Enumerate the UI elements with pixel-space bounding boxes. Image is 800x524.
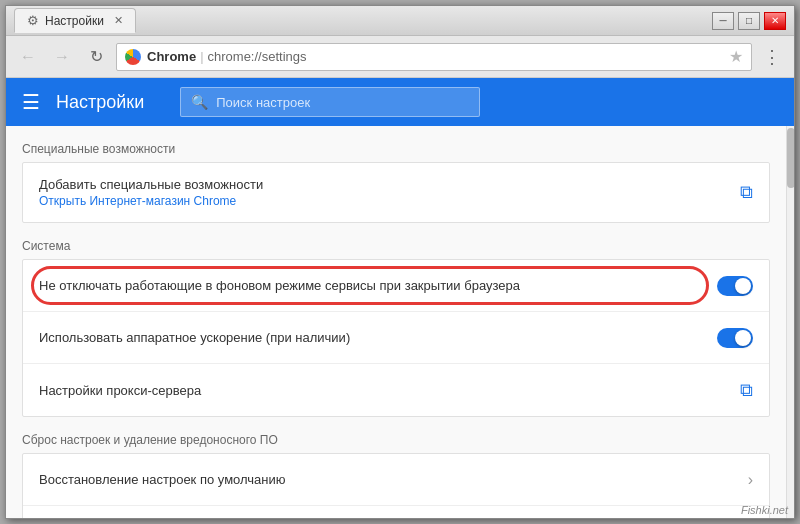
list-item[interactable]: Настройки прокси-сервера ⧉ (23, 364, 769, 416)
hamburger-menu-icon[interactable]: ☰ (22, 90, 40, 114)
address-domain: Chrome (147, 49, 196, 64)
content-scroll[interactable]: Специальные возможности Добавить специал… (6, 126, 786, 518)
list-item[interactable]: Удалить вредоносное ПО с компьютера › (23, 506, 769, 518)
gear-icon: ⚙ (27, 13, 39, 28)
settings-search-box[interactable]: 🔍 Поиск настроек (180, 87, 480, 117)
section-label-system: Система (22, 223, 770, 259)
reset-card: Восстановление настроек по умолчанию › У… (22, 453, 770, 518)
tab-close-button[interactable]: ✕ (114, 14, 123, 27)
nav-bar: ← → ↻ Chrome | chrome://settings ★ ⋮ (6, 36, 794, 78)
back-button[interactable]: ← (14, 43, 42, 71)
item-text-hardware-accel: Использовать аппаратное ускорение (при н… (39, 330, 717, 345)
section-label-reset: Сброс настроек и удаление вредоносного П… (22, 417, 770, 453)
bookmark-star-icon[interactable]: ★ (729, 47, 743, 66)
list-item[interactable]: Не отключать работающие в фоновом режиме… (23, 260, 769, 312)
settings-header: ☰ Настройки 🔍 Поиск настроек (6, 78, 794, 126)
search-icon: 🔍 (191, 94, 208, 110)
address-separator: | (200, 49, 203, 64)
address-path: chrome://settings (208, 49, 307, 64)
window-controls: ─ □ ✕ (712, 12, 786, 30)
scrollbar-thumb[interactable] (787, 128, 794, 188)
window-frame: ⚙ Настройки ✕ ─ □ ✕ ← → ↻ Chrome | chrom… (5, 5, 795, 519)
item-text-background-services: Не отключать работающие в фоновом режиме… (39, 278, 717, 293)
site-icon (125, 49, 141, 65)
minimize-button[interactable]: ─ (712, 12, 734, 30)
watermark: Fishki.net (741, 504, 788, 516)
accessibility-card: Добавить специальные возможности Открыть… (22, 162, 770, 223)
item-text-reset-settings: Восстановление настроек по умолчанию (39, 472, 740, 487)
title-bar: ⚙ Настройки ✕ ─ □ ✕ (6, 6, 794, 36)
chevron-right-icon: › (748, 471, 753, 489)
list-item[interactable]: Использовать аппаратное ускорение (при н… (23, 312, 769, 364)
item-text-proxy: Настройки прокси-сервера (39, 383, 732, 398)
content-area: Специальные возможности Добавить специал… (6, 126, 794, 518)
item-text-accessibility: Добавить специальные возможности Открыть… (39, 177, 732, 208)
title-bar-left: ⚙ Настройки ✕ (14, 8, 136, 33)
chrome-menu-button[interactable]: ⋮ (758, 43, 786, 71)
active-tab[interactable]: ⚙ Настройки ✕ (14, 8, 136, 33)
search-placeholder-text: Поиск настроек (216, 95, 310, 110)
forward-button[interactable]: → (48, 43, 76, 71)
tab-label: Настройки (45, 14, 104, 28)
list-item[interactable]: Восстановление настроек по умолчанию › (23, 454, 769, 506)
external-link-icon: ⧉ (740, 182, 753, 203)
scrollbar-track[interactable] (786, 126, 794, 518)
maximize-button[interactable]: □ (738, 12, 760, 30)
section-label-accessibility: Специальные возможности (22, 126, 770, 162)
hardware-accel-toggle[interactable] (717, 328, 753, 348)
address-text: Chrome | chrome://settings (147, 49, 307, 64)
settings-page-title: Настройки (56, 92, 144, 113)
refresh-button[interactable]: ↻ (82, 43, 110, 71)
list-item[interactable]: Добавить специальные возможности Открыть… (23, 163, 769, 222)
address-bar[interactable]: Chrome | chrome://settings ★ (116, 43, 752, 71)
system-card: Не отключать работающие в фоновом режиме… (22, 259, 770, 417)
close-button[interactable]: ✕ (764, 12, 786, 30)
background-services-toggle[interactable] (717, 276, 753, 296)
item-subtext-webstore: Открыть Интернет-магазин Chrome (39, 194, 732, 208)
external-link-icon: ⧉ (740, 380, 753, 401)
